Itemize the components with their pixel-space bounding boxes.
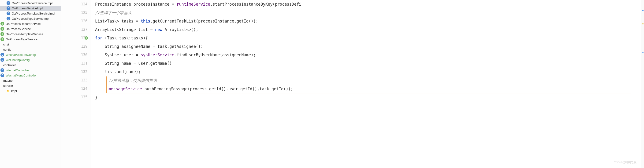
tree-item-oaprocesstypeservice[interactable]: IOaProcessTypeService xyxy=(0,37,61,42)
folder-icon: 📁 xyxy=(6,89,10,93)
highlighted-code-box: //推送消息，使用微信推送messageService.pushPendingM… xyxy=(106,76,631,93)
line-number[interactable]: 129 xyxy=(63,42,88,51)
code-line[interactable]: } xyxy=(95,93,641,102)
tree-item-oaprocesstemplateservice[interactable]: IOaProcessTemplateService xyxy=(0,32,61,37)
line-number[interactable]: 127 xyxy=(63,25,88,34)
tree-item-label: service xyxy=(3,84,13,88)
line-number[interactable]: 124 xyxy=(63,0,88,9)
tree-item-wechataccountconfig[interactable]: CWechatAccountConfig xyxy=(0,52,61,57)
code-line[interactable]: for (Task task:tasks){ xyxy=(95,34,641,42)
tree-item-label: WechatController xyxy=(6,69,29,72)
code-line[interactable]: list.add(name); xyxy=(95,68,641,76)
tree-item-label: OaProcessRecordServiceImpl xyxy=(12,2,52,5)
code-token: SysUser user = xyxy=(105,53,141,57)
tree-item-label: controller xyxy=(3,63,16,67)
override-marker-icon[interactable]: O xyxy=(84,36,88,40)
error-stripe-marker[interactable] xyxy=(642,52,644,53)
tree-item-oaprocesstypeserviceimpl[interactable]: COaProcessTypeServiceImpl xyxy=(0,16,61,21)
tree-item-wechatmenucontroller[interactable]: CWechatMenuController xyxy=(0,73,61,78)
tree-item-label: mapper xyxy=(3,79,14,82)
line-number[interactable]: 132 xyxy=(63,68,88,76)
line-number[interactable]: 133 xyxy=(63,76,88,84)
tree-item-oaprocessrecordserviceimpl[interactable]: COaProcessRecordServiceImpl xyxy=(0,1,61,6)
tree-item-service[interactable]: service xyxy=(0,83,61,88)
code-line[interactable]: //查询下一个审批人 xyxy=(95,9,641,17)
error-stripe[interactable] xyxy=(641,0,644,168)
code-token: list.add(name); xyxy=(105,69,141,74)
tree-item-wechatcontroller[interactable]: CWechatController xyxy=(0,68,61,73)
code-token: } xyxy=(95,95,98,100)
tree-item-label: impl xyxy=(11,89,17,93)
tree-item-oaprocesstemplateserviceimpl[interactable]: COaProcessTemplateServiceImpl xyxy=(0,11,61,16)
tree-item-mapper[interactable]: mapper xyxy=(0,78,61,83)
tree-item-oaprocessserviceimpl[interactable]: COaProcessServiceImpl xyxy=(0,6,61,11)
tree-item-label: OaProcessTemplateService xyxy=(6,32,43,36)
code-line[interactable]: //推送消息，使用微信推送 xyxy=(108,76,629,85)
tree-item-oaprocessrecordservice[interactable]: IOaProcessRecordService xyxy=(0,21,61,26)
code-token: ProcessInstance processInstance = xyxy=(95,2,177,7)
code-token: ArrayList<String> list = xyxy=(95,27,155,32)
line-number[interactable]: 135 xyxy=(63,93,88,101)
interface-icon: I xyxy=(0,32,4,36)
code-token: ArrayList<>(); xyxy=(162,27,198,32)
code-token: new xyxy=(155,27,162,32)
tree-item-label: OaProcessServiceImpl xyxy=(12,7,43,10)
code-token: sysUserService xyxy=(140,53,174,57)
line-number[interactable]: 130 xyxy=(63,51,88,59)
code-token: String name = user.getName(); xyxy=(105,61,174,66)
line-number[interactable]: 131 xyxy=(63,59,88,68)
code-line[interactable]: ArrayList<String> list = new ArrayList<>… xyxy=(95,25,641,34)
code-token: .startProcessInstanceByKey(processDefi xyxy=(210,2,301,7)
code-token: for xyxy=(95,36,102,40)
class-icon: C xyxy=(0,73,4,77)
tree-item-chat[interactable]: chat xyxy=(0,42,61,47)
tree-item-config[interactable]: config xyxy=(0,47,61,52)
code-editor[interactable]: ProcessInstance processInstance = runtim… xyxy=(91,0,641,168)
code-token: List<Task> tasks = xyxy=(95,19,140,24)
code-token: .getCurrentTaskList(processInstance.getI… xyxy=(150,19,258,24)
tree-item-wechatmpconfig[interactable]: CWeChatMpConfig xyxy=(0,57,61,62)
tree-item-label: WechatMenuController xyxy=(6,74,37,77)
interface-icon: I xyxy=(0,27,4,31)
line-number[interactable]: 134 xyxy=(63,84,88,93)
class-icon: C xyxy=(6,17,10,21)
code-token: this xyxy=(140,19,150,24)
editor-gutter: 124125126127128O129130131132133134135 xyxy=(61,0,91,168)
code-token: String assigneeName = task.getAssignee()… xyxy=(105,44,203,49)
line-number[interactable]: 125 xyxy=(63,9,88,17)
class-icon: C xyxy=(6,6,10,10)
tree-item-label: OaProcessService xyxy=(6,27,31,31)
line-number[interactable]: 128O xyxy=(63,34,88,42)
code-token: runtimeService xyxy=(177,2,210,7)
code-line[interactable]: ProcessInstance processInstance = runtim… xyxy=(95,0,641,9)
tree-item-impl[interactable]: 📁impl xyxy=(0,88,61,93)
code-token: .pushPendingMessage(process.getId(),user… xyxy=(142,87,293,91)
code-line[interactable]: SysUser user = sysUserService.findUserBy… xyxy=(95,51,641,59)
line-number[interactable]: 126 xyxy=(63,17,88,25)
code-line[interactable]: messageService.pushPendingMessage(proces… xyxy=(108,85,629,93)
error-stripe-marker[interactable] xyxy=(642,24,644,24)
class-icon: C xyxy=(0,68,4,72)
watermark-text: CSDN @鸭鸭老板 xyxy=(614,158,636,166)
tree-item-label: OaProcessTemplateServiceImpl xyxy=(12,12,55,15)
class-icon: C xyxy=(0,58,4,62)
code-token: //查询下一个审批人 xyxy=(95,10,132,15)
tree-item-label: WeChatMpConfig xyxy=(6,58,30,62)
project-tree-sidebar: COaProcessRecordServiceImplCOaProcessSer… xyxy=(0,0,61,168)
tree-item-label: config xyxy=(3,48,12,51)
error-stripe-marker[interactable] xyxy=(642,10,644,11)
tree-item-label: WechatAccountConfig xyxy=(6,53,36,57)
code-line[interactable]: String name = user.getName(); xyxy=(95,59,641,68)
code-token: messageService xyxy=(108,87,142,91)
tree-item-oaprocessservice[interactable]: IOaProcessService xyxy=(0,26,61,32)
class-icon: C xyxy=(6,1,10,5)
code-token: //推送消息，使用微信推送 xyxy=(108,78,157,83)
code-token: (Task task:tasks){ xyxy=(102,36,148,40)
code-line[interactable]: String assigneeName = task.getAssignee()… xyxy=(95,42,641,51)
class-icon: C xyxy=(0,53,4,57)
tree-item-label: chat xyxy=(3,43,9,46)
tree-item-label: OaProcessRecordService xyxy=(6,22,41,26)
code-line[interactable]: List<Task> tasks = this.getCurrentTaskLi… xyxy=(95,17,641,25)
tree-item-controller[interactable]: controller xyxy=(0,62,61,68)
code-token: .findUserByUserName(assigneeName); xyxy=(174,53,256,57)
